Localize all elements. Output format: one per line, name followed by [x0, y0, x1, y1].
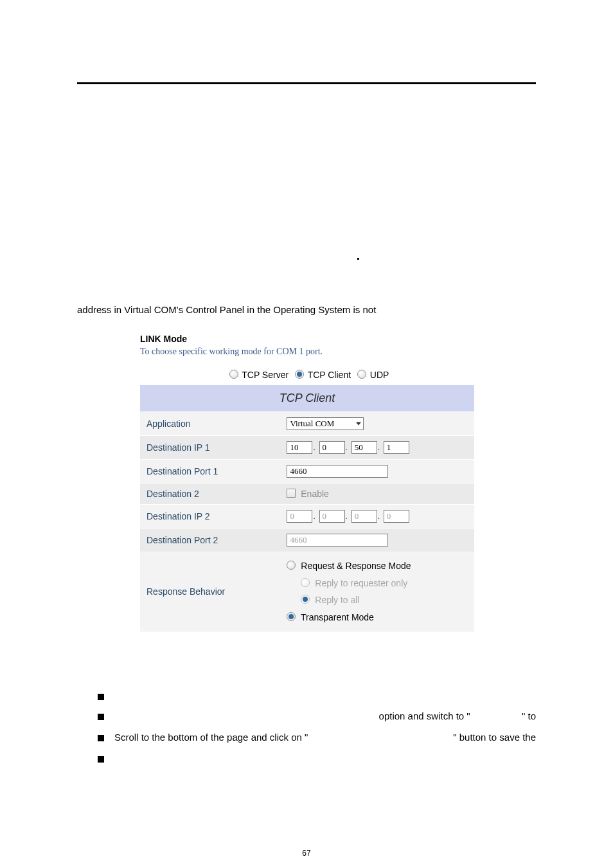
dest-ip1-oct2[interactable]: 0 — [319, 441, 345, 454]
mode-radio-group: TCP Server TCP Client UDP — [140, 370, 474, 380]
bullet-item-2: option and switch to " " to — [98, 710, 536, 721]
bullet-3-text-a: Scroll to the bottom of the page and cli… — [114, 732, 308, 743]
radio-udp-label: UDP — [370, 370, 389, 380]
page-number: 67 — [0, 849, 613, 858]
link-mode-subtitle: To choose specific working mode for COM … — [140, 347, 474, 357]
link-mode-panel: LINK Mode To choose specific working mod… — [140, 334, 474, 631]
bullet-item-3: Scroll to the bottom of the page and cli… — [98, 732, 536, 743]
row-dest-port2-label: Destination Port 2 — [140, 529, 280, 552]
row-response-label: Response Behavior — [140, 552, 280, 631]
tcp-client-table: Application Virtual COM Destination IP 1… — [140, 412, 474, 631]
bullet-square-icon — [98, 735, 104, 741]
bullet-square-icon — [98, 694, 104, 700]
response-sub-radio-all-label: Reply to all — [315, 595, 359, 605]
dest-ip2-oct4[interactable]: 0 — [384, 510, 409, 523]
bullet-item-1 — [98, 691, 536, 700]
dest-port2-input[interactable]: 4660 — [287, 534, 388, 547]
response-sub-radio-requester-label: Reply to requester only — [315, 578, 407, 588]
application-select-value: Virtual COM — [290, 419, 334, 428]
dest-port1-input[interactable]: 4660 — [287, 465, 388, 478]
radio-tcp-client-label: TCP Client — [308, 370, 351, 380]
row-application-label: Application — [140, 412, 280, 436]
dest-ip1-oct1[interactable]: 10 — [287, 441, 312, 454]
dest-ip1-oct4[interactable]: 1 — [384, 441, 409, 454]
dest-ip1-oct3[interactable]: 50 — [351, 441, 377, 454]
bullet-3-text-b: " button to save the — [453, 732, 536, 743]
radio-udp[interactable] — [357, 370, 366, 379]
dest-ip2-oct1[interactable]: 0 — [287, 510, 312, 523]
header-separator — [77, 82, 536, 84]
dest2-enable-checkbox[interactable] — [287, 489, 296, 498]
response-radio-transparent-label: Transparent Mode — [301, 612, 374, 622]
application-select[interactable]: Virtual COM — [287, 417, 364, 430]
row-dest-ip1-label: Destination IP 1 — [140, 436, 280, 460]
response-radio-reqresp-label: Request & Response Mode — [301, 561, 411, 571]
stray-dot — [357, 258, 359, 260]
link-mode-title: LINK Mode — [140, 334, 474, 344]
bullet-2-text-end: " to — [522, 710, 536, 721]
row-dest-port1-label: Destination Port 1 — [140, 460, 280, 484]
bullet-list: option and switch to " " to Scroll to th… — [98, 691, 536, 773]
row-dest-ip2-label: Destination IP 2 — [140, 505, 280, 529]
radio-tcp-server-label: TCP Server — [242, 370, 289, 380]
dest-ip2-oct3[interactable]: 0 — [351, 510, 377, 523]
bullet-square-icon — [98, 714, 104, 720]
paragraph-line: address in Virtual COM's Control Panel i… — [77, 304, 376, 315]
response-sub-radio-all — [301, 595, 310, 604]
bullet-item-4 — [98, 753, 536, 763]
tcp-client-panel-title: TCP Client — [140, 385, 474, 412]
response-radio-reqresp[interactable] — [287, 561, 296, 570]
dest-ip2-oct2[interactable]: 0 — [319, 510, 345, 523]
response-sub-radio-requester — [301, 578, 310, 587]
response-radio-transparent[interactable] — [287, 612, 296, 621]
bullet-square-icon — [98, 756, 104, 763]
radio-tcp-server[interactable] — [229, 370, 238, 379]
radio-tcp-client[interactable] — [295, 370, 304, 379]
row-dest2-label: Destination 2 — [140, 484, 280, 505]
dest2-enable-label: Enable — [301, 489, 329, 499]
bullet-2-text-middle: option and switch to " — [379, 710, 470, 721]
chevron-down-icon — [356, 422, 361, 426]
